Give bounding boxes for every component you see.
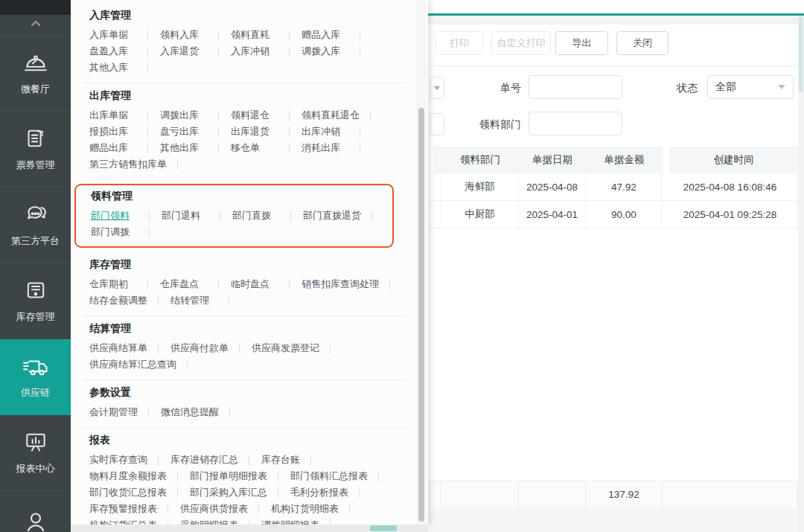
- menu-item[interactable]: 第三方销售扣库单: [89, 158, 167, 171]
- sidebar-item-ticket-management[interactable]: 票券管理: [0, 112, 71, 188]
- menu-scrollbar-thumb[interactable]: [418, 108, 424, 522]
- total-empty-created: [663, 481, 798, 507]
- menu-item[interactable]: 入库退货: [160, 45, 208, 58]
- cell-created: 2025-04-08 16:08:46: [663, 173, 798, 200]
- menu-item[interactable]: 机构订货明细表: [271, 502, 339, 516]
- close-button[interactable]: 关闭: [616, 31, 669, 55]
- menu-item[interactable]: 入库冲销: [231, 45, 278, 58]
- app-window: 微餐厅 票券管理 第三方平台: [0, 0, 804, 532]
- menu-item[interactable]: 供应商结算汇总查询: [89, 358, 176, 371]
- menu-item[interactable]: 销售扣库查询处理: [302, 278, 379, 291]
- menu-item[interactable]: 部门退料: [162, 209, 209, 222]
- menu-item[interactable]: 部门调拨: [91, 225, 138, 239]
- menu-item[interactable]: 领料退仓: [231, 109, 278, 122]
- cell-date: 2025-04-08: [519, 173, 586, 200]
- menu-item[interactable]: 盘亏出库: [160, 125, 208, 138]
- partial-input[interactable]: [430, 113, 444, 135]
- order-number-input[interactable]: [529, 75, 622, 99]
- menu-item[interactable]: 领料直耗: [231, 28, 278, 42]
- menu-item[interactable]: 结转管理: [170, 294, 218, 307]
- col-header-created[interactable]: 创建时间: [669, 153, 798, 167]
- section-title: 结算管理: [89, 322, 407, 336]
- menu-item[interactable]: 出库单据: [89, 109, 137, 122]
- menu-item[interactable]: 领料直耗退仓: [302, 109, 360, 122]
- status-label: 状态: [668, 76, 698, 100]
- col-header-date[interactable]: 单据日期: [519, 153, 586, 167]
- right-scrollbar-thumb[interactable]: [799, 16, 803, 92]
- menu-item[interactable]: 部门报单明细报表: [190, 469, 267, 483]
- custom-print-button[interactable]: 自定义打印: [491, 31, 551, 55]
- menu-item[interactable]: 实时库存查询: [89, 453, 147, 467]
- menu-item[interactable]: 部门领料汇总报表: [290, 469, 368, 483]
- sidebar-item-user-partial[interactable]: [0, 491, 71, 531]
- menu-item[interactable]: 部门收货汇总报表: [89, 486, 167, 499]
- sidebar-item-label: 报表中心: [16, 462, 55, 475]
- table-row[interactable]: 海鲜部 2025-04-08 47.92 2025-04-08 16:08:46: [428, 173, 798, 201]
- supply-chain-mega-menu: 入库管理 入库单据 领料入库 领料直耗 赠品入库 盘盈入库 入库退货 入库冲销 …: [71, 0, 428, 525]
- menu-item[interactable]: 供应商付款单: [170, 342, 229, 355]
- menu-item[interactable]: 会计期管理: [89, 406, 138, 419]
- menu-item[interactable]: 库存台账: [261, 453, 300, 467]
- menu-section-settings: 参数设置 会计期管理 微信消息提醒: [82, 380, 407, 428]
- menu-item[interactable]: 部门采购入库汇总: [190, 486, 267, 499]
- sidebar-item-supply-chain[interactable]: 供应链: [0, 339, 71, 415]
- partial-select[interactable]: [430, 77, 444, 99]
- menu-item[interactable]: 出库退货: [231, 125, 278, 138]
- menu-item[interactable]: 供应商供货报表: [180, 502, 248, 516]
- sidebar-item-report-center[interactable]: 报表中心: [0, 415, 71, 491]
- menu-section-inbound: 入库管理 入库单据 领料入库 领料直耗 赠品入库 盘盈入库 入库退货 入库冲销 …: [82, 3, 407, 83]
- menu-item[interactable]: 结存金额调整: [89, 294, 147, 307]
- table-row[interactable]: 中厨部 2025-04-01 90.00 2025-04-01 09:25:28: [428, 201, 798, 228]
- col-header-amount[interactable]: 单据金额: [586, 153, 663, 167]
- menu-item[interactable]: 库存预警报报表: [89, 502, 157, 516]
- total-empty-dept: [441, 481, 519, 507]
- cell-amount: 47.92: [586, 173, 663, 200]
- menu-item[interactable]: 赠品入库: [302, 28, 349, 42]
- menu-item[interactable]: 出库冲销: [302, 125, 349, 138]
- right-scrollbar-track[interactable]: [798, 16, 804, 532]
- row-spacer: [428, 173, 441, 200]
- sidebar-item-inventory-management[interactable]: 库存管理: [0, 263, 71, 339]
- cell-created: 2025-04-01 09:25:28: [663, 201, 798, 228]
- menu-item[interactable]: 仓库期初: [89, 278, 137, 291]
- cell-date: 2025-04-01: [519, 201, 586, 228]
- menu-item[interactable]: 报损出库: [89, 125, 137, 138]
- requisition-dept-input[interactable]: [529, 112, 622, 135]
- print-button[interactable]: 打印: [436, 31, 483, 55]
- sidebar-item-micro-restaurant[interactable]: 微餐厅: [0, 36, 71, 112]
- sidebar-item-label: 供应链: [21, 386, 50, 400]
- menu-item[interactable]: 盘盈入库: [89, 45, 137, 58]
- menu-item[interactable]: 供应商发票登记: [252, 342, 319, 355]
- chevron-down-icon: [434, 86, 440, 90]
- toolbar-divider: [428, 65, 798, 66]
- sidebar-item-third-party-platform[interactable]: 第三方平台: [0, 188, 71, 263]
- menu-item[interactable]: 领料入库: [160, 28, 208, 42]
- bottom-background: [428, 509, 804, 532]
- menu-item[interactable]: 移仓单: [231, 141, 278, 155]
- sub-header-strip: [428, 16, 804, 25]
- menu-item[interactable]: 调拨出库: [160, 109, 208, 122]
- menu-item[interactable]: 赠品出库: [89, 141, 137, 155]
- menu-item[interactable]: 毛利分析报表: [290, 486, 348, 499]
- menu-item[interactable]: 库存进销存汇总: [170, 453, 238, 467]
- menu-item[interactable]: 临时盘点: [231, 278, 278, 291]
- menu-item[interactable]: 供应商结算单: [89, 342, 147, 355]
- menu-item-dept-requisition-active[interactable]: 部门领料: [91, 209, 138, 222]
- col-header-dept[interactable]: 领料部门: [441, 153, 519, 167]
- menu-item[interactable]: 部门直拨退货: [303, 209, 361, 222]
- ticket-icon: [22, 126, 49, 150]
- menu-item[interactable]: 物料月度余额报表: [89, 469, 167, 483]
- status-select[interactable]: 全部: [707, 75, 794, 99]
- sidebar-collapse-button[interactable]: [0, 15, 71, 36]
- menu-item[interactable]: 消耗出库: [302, 141, 349, 155]
- horizontal-scrollbar-thumb[interactable]: [370, 525, 397, 531]
- menu-item[interactable]: 调拨入库: [302, 45, 349, 58]
- export-button[interactable]: 导出: [555, 31, 608, 55]
- menu-item[interactable]: 微信消息提醒: [161, 406, 219, 419]
- menu-item[interactable]: 入库单据: [89, 28, 137, 42]
- menu-item[interactable]: 其他出库: [160, 141, 208, 155]
- menu-item[interactable]: 仓库盘点: [160, 278, 208, 291]
- menu-item[interactable]: 部门直拨: [232, 209, 280, 222]
- section-title: 出库管理: [89, 89, 407, 103]
- menu-item[interactable]: 其他入库: [89, 61, 137, 74]
